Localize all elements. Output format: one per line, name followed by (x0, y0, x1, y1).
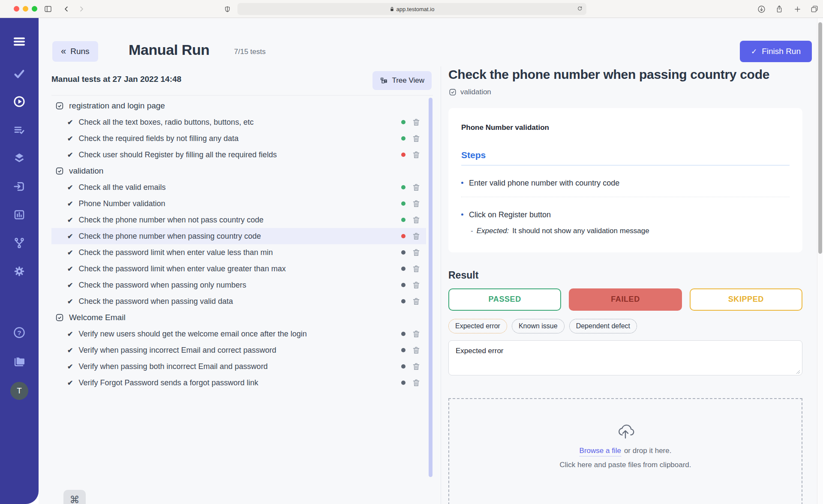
delete-test-icon[interactable] (412, 297, 421, 306)
sidebar-item-branches-icon[interactable] (12, 236, 27, 250)
steps-heading: Steps (461, 150, 790, 165)
file-upload-dropzone[interactable]: Browse a file or drop it here. Click her… (448, 398, 802, 504)
delete-test-icon[interactable] (412, 280, 421, 290)
help-icon[interactable]: ? (12, 325, 27, 340)
tab-overview-icon[interactable] (809, 4, 820, 14)
tag-expected-error[interactable]: Expected error (448, 319, 507, 333)
zoom-window-button[interactable] (32, 6, 37, 12)
test-check-icon: ✔ (67, 118, 73, 126)
tree-view-icon (380, 77, 388, 85)
delete-test-icon[interactable] (412, 183, 421, 192)
toggle-sidebar-icon[interactable] (43, 4, 53, 14)
test-row[interactable]: ✔ Phone Number validation (51, 195, 426, 212)
forward-icon[interactable] (76, 4, 87, 14)
menu-icon[interactable] (12, 34, 27, 49)
test-row[interactable]: ✔ Check the password limit when enter va… (51, 244, 426, 261)
delete-test-icon[interactable] (412, 362, 421, 371)
test-row[interactable]: ✔ Check the phone number when passing co… (51, 228, 426, 244)
sidebar-item-plans-icon[interactable] (12, 123, 27, 138)
test-check-icon: ✔ (67, 183, 73, 192)
delete-test-icon[interactable] (412, 329, 421, 339)
drop-hint-text: or drop it here. (624, 447, 672, 455)
delete-test-icon[interactable] (412, 134, 421, 143)
test-check-icon: ✔ (67, 346, 73, 354)
test-row[interactable]: ✔ Verify new users should get the welcom… (51, 326, 426, 342)
new-tab-icon[interactable] (792, 4, 802, 14)
delete-test-icon[interactable] (412, 378, 421, 387)
test-check-icon: ✔ (67, 216, 73, 224)
finish-run-button[interactable]: ✓ Finish Run (740, 41, 812, 62)
downloads-icon[interactable] (756, 4, 766, 14)
test-check-icon: ✔ (67, 297, 73, 306)
privacy-shield-icon[interactable] (222, 4, 232, 14)
back-to-runs-button[interactable]: « Runs (52, 41, 98, 62)
comment-textarea[interactable]: Expected error (448, 340, 802, 375)
delete-test-icon[interactable] (412, 345, 421, 355)
user-avatar[interactable]: T (10, 382, 28, 400)
delete-test-icon[interactable] (412, 248, 421, 257)
window-scrollbar-track[interactable] (817, 18, 823, 504)
delete-test-icon[interactable] (412, 150, 421, 159)
svg-text:?: ? (17, 329, 21, 336)
sidebar-item-tests-icon[interactable] (12, 66, 27, 81)
test-label: Verify Forgot Password sends a forgot pa… (78, 375, 258, 390)
minimize-window-button[interactable] (23, 6, 28, 12)
test-row[interactable]: ✔ Check the password limit when enter va… (51, 261, 426, 277)
tree-view-button[interactable]: Tree View (372, 71, 432, 90)
keyboard-shortcut-badge[interactable]: ⌘ (63, 490, 86, 504)
delete-test-icon[interactable] (412, 231, 421, 241)
panel-divider (441, 66, 441, 504)
test-row[interactable]: ✔ Check all the text boxes, radio button… (51, 114, 426, 130)
delete-test-icon[interactable] (412, 117, 421, 127)
status-dot (401, 136, 405, 141)
sidebar-item-analytics-icon[interactable] (12, 207, 27, 222)
passed-button[interactable]: PASSED (448, 288, 561, 311)
list-scrollbar-thumb[interactable] (429, 98, 433, 477)
suite-group-row[interactable]: registration and login page (51, 98, 426, 114)
test-detail-panel: Check the phone number when passing coun… (448, 66, 802, 504)
test-row[interactable]: ✔ Check all the valid emails (51, 179, 426, 195)
sidebar-item-import-icon[interactable] (12, 179, 27, 194)
test-label: Verify when passing both incorrect Email… (78, 359, 267, 374)
test-row[interactable]: ✔ Verify Forgot Password sends a forgot … (51, 375, 426, 391)
sidebar-item-settings-icon[interactable] (12, 264, 27, 279)
suite-group-row[interactable]: validation (51, 163, 426, 179)
result-heading: Result (448, 270, 802, 281)
url-bar[interactable]: app.testomat.io (237, 3, 586, 15)
test-label: Check the password when passing only num… (78, 277, 246, 293)
delete-test-icon[interactable] (412, 264, 421, 273)
test-row[interactable]: ✔ Check the required fields by not filli… (51, 130, 426, 147)
projects-folder-icon[interactable] (12, 354, 27, 368)
tag-known-issue[interactable]: Known issue (512, 319, 565, 333)
sidebar-item-runs-icon[interactable] (12, 94, 27, 109)
browse-file-link[interactable]: Browse a file (580, 447, 621, 456)
delete-test-icon[interactable] (412, 215, 421, 225)
status-dot (401, 153, 405, 157)
test-row[interactable]: ✔ Check user should Register by filling … (51, 147, 426, 163)
back-icon[interactable] (61, 4, 72, 14)
test-row[interactable]: ✔ Verify when passing incorrect Email an… (51, 342, 426, 358)
sidebar-item-suites-icon[interactable] (12, 150, 27, 165)
result-buttons: PASSED FAILED SKIPPED (448, 288, 802, 311)
test-list-panel: Manual tests at 27 Jan 2022 14:48 Tree V… (51, 66, 433, 504)
test-row[interactable]: ✔ Check the password when passing only n… (51, 277, 426, 293)
app-sidebar: ? T (0, 18, 39, 504)
test-row[interactable]: ✔ Verify when passing both incorrect Ema… (51, 358, 426, 375)
suite-group-row[interactable]: Welcome Email (51, 309, 426, 326)
cloud-upload-icon (615, 423, 636, 441)
suite-tag[interactable]: validation (448, 88, 802, 96)
window-scrollbar-thumb[interactable] (818, 22, 822, 254)
tag-dependent-defect[interactable]: Dependent defect (569, 319, 637, 333)
status-dot (401, 299, 405, 303)
description-title: Phone Number validation (461, 123, 790, 132)
refresh-icon[interactable] (577, 5, 583, 12)
share-icon[interactable] (774, 4, 784, 14)
status-dot (401, 234, 405, 238)
test-row[interactable]: ✔ Check the password when passing valid … (51, 293, 426, 309)
suite-icon (55, 313, 64, 322)
test-row[interactable]: ✔ Check the phone number when not pass c… (51, 212, 426, 228)
failed-button[interactable]: FAILED (569, 288, 682, 311)
close-window-button[interactable] (14, 6, 19, 12)
delete-test-icon[interactable] (412, 199, 421, 208)
skipped-button[interactable]: SKIPPED (690, 288, 802, 311)
